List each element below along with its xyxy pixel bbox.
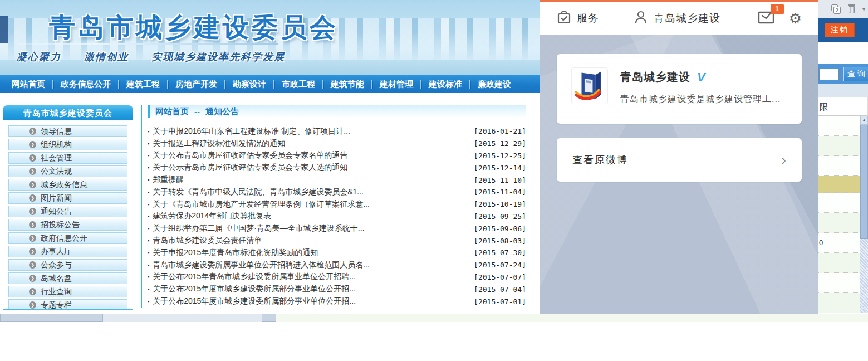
bullet-icon: ▪ <box>148 153 149 158</box>
sidebar-item-info-disclosure[interactable]: ❯政府信息公开 <box>8 232 127 244</box>
messages-button[interactable]: 1 <box>758 10 774 27</box>
notice-row[interactable]: ▪建筑劳保办2014年部门决算批复表[2015-09-25] <box>148 211 526 223</box>
arrow-circle-icon: ❯ <box>29 301 36 309</box>
nav-item-materials[interactable]: 建材管理 <box>372 79 420 90</box>
notice-row[interactable]: ▪关于公布2015年青岛市城乡建设委所属事业单位公开招聘...[2015-07-… <box>148 271 526 284</box>
weibo-panel-body: 青岛城乡建设 V 青岛市城乡建设委是城乡建设管理工... 查看原微博 › <box>540 35 818 182</box>
view-weibo-label: 查看原微博 <box>572 153 628 167</box>
notice-row[interactable]: ▪青岛市城乡建设委员会责任清单[2015-08-03] <box>148 235 526 247</box>
notice-row[interactable]: ▪关于申报2016年山东省工程建设标准 制定、修订项目计...[2016-01-… <box>148 125 526 138</box>
sidebar-item-notices[interactable]: ❯通知公告 <box>8 206 127 217</box>
breadcrumb-separator: -- <box>194 107 200 116</box>
query-bar: 查 询 <box>818 64 868 84</box>
nav-item-home[interactable]: 网站首页 <box>4 79 52 90</box>
notice-row[interactable]: ▪关于公示青岛市房屋征收评估专家委员会专家人选的通知[2015-12-14] <box>148 162 526 174</box>
notice-row[interactable]: ▪关于报送工程建设标准研发情况的通知[2015-12-29] <box>148 138 526 150</box>
table-row[interactable] <box>818 253 860 273</box>
account-name: 青岛城乡建设 <box>654 11 720 26</box>
portal-table: 0 ▲ <box>818 116 868 314</box>
table-row[interactable] <box>818 193 860 213</box>
sidebar-item-service-hall[interactable]: ❯办事大厅 <box>8 246 127 257</box>
nav-item-standards[interactable]: 建设标准 <box>421 79 469 90</box>
sidebar-item-gov-affairs[interactable]: ❯城乡政务信息 <box>8 179 127 191</box>
sidebar-item-participation[interactable]: ❯公众参与 <box>8 259 127 271</box>
nav-item-energy[interactable]: 建筑节能 <box>323 79 371 90</box>
envelope-icon <box>758 17 774 26</box>
sidebar-item-regulations[interactable]: ❯公文法规 <box>8 165 127 177</box>
nav-item-construction[interactable]: 建筑工程 <box>119 79 167 90</box>
nav-item-realestate[interactable]: 房地产开发 <box>168 79 224 90</box>
tab-count-icon[interactable]: 2 <box>831 4 841 14</box>
main-column: 网站首页 -- 通知公告 ▪关于申报2016年山东省工程建设标准 制定、修订项目… <box>141 105 526 308</box>
sidebar-item-industry-query[interactable]: ❯行业查询 <box>8 286 127 297</box>
query-input[interactable] <box>819 69 839 80</box>
bullet-icon: ▪ <box>148 141 149 147</box>
table-row[interactable] <box>818 293 860 313</box>
nav-item-integrity[interactable]: 廉政建设 <box>470 79 518 90</box>
arrow-circle-icon: ❯ <box>29 221 36 228</box>
bullet-icon: ▪ <box>148 189 149 195</box>
nav-item-gov-info[interactable]: 政务信息公开 <box>53 79 118 90</box>
trash-icon[interactable] <box>847 4 856 14</box>
table-row[interactable]: 0 <box>818 233 860 253</box>
vscroll-track[interactable] <box>860 239 868 313</box>
profile-info: 青岛城乡建设 V 青岛市城乡建设委是城乡建设管理工... <box>620 67 781 110</box>
notice-row[interactable]: ▪郑重提醒[2015-11-10] <box>148 174 526 186</box>
table-row[interactable] <box>818 213 860 233</box>
notice-date: [2015-12-29] <box>467 139 526 148</box>
notice-row[interactable]: ▪关于申报2015年度青岛市标准化资助奖励的通知[2015-07-30] <box>148 247 526 259</box>
sidebar-item-special-topics[interactable]: ❯专题专栏 <box>8 299 127 310</box>
arrow-circle-icon: ❯ <box>29 194 36 202</box>
nav-item-survey-design[interactable]: 勘察设计 <box>225 79 273 90</box>
notice-date: [2015-08-03] <box>467 237 526 245</box>
notice-date: [2015-10-19] <box>467 200 526 208</box>
query-button[interactable]: 查 询 <box>843 67 868 81</box>
profile-card[interactable]: 青岛城乡建设 V 青岛市城乡建设委是城乡建设管理工... <box>557 54 802 124</box>
bullet-icon: ▪ <box>148 202 149 207</box>
notice-row[interactable]: ▪关于《青岛市城市房地产开发经营管理条例（修订草案征求意...[2015-10-… <box>148 198 526 211</box>
breadcrumb-home[interactable]: 网站首页 <box>155 106 189 117</box>
notice-row[interactable]: ▪青岛市城乡建设委所属事业单位公开招聘进入体检范围人员名...[2015-07-… <box>148 259 526 271</box>
logout-button[interactable]: 注销 <box>825 23 855 37</box>
sidebar-item-leaders[interactable]: ❯领导信息 <box>8 125 127 137</box>
notice-date: [2015-12-14] <box>467 164 526 172</box>
notice-date: [2015-12-25] <box>467 152 526 160</box>
table-row[interactable] <box>818 273 860 293</box>
panel-header-actions: 1 ⚙ <box>741 10 802 27</box>
notice-row[interactable]: ▪关于公布2015年度市城乡建设委所属部分事业单位公开招...[2015-07-… <box>148 283 526 295</box>
screen: 青岛市城乡建设委员会 凝心聚力 激情创业 实现城乡建设率先科学发展 网站首页 政… <box>0 0 868 361</box>
hscroll-thumb[interactable] <box>262 314 276 322</box>
arrow-circle-icon: ❯ <box>29 141 36 148</box>
portal-titlebar: 注销 <box>818 18 868 42</box>
weibo-panel: 服务 青岛城乡建设 1 ⚙ <box>540 0 818 314</box>
tab-count: 2 <box>833 7 841 14</box>
sidebar-item-photo-news[interactable]: ❯图片新闻 <box>8 192 127 204</box>
account-menu[interactable]: 青岛城乡建设 <box>634 10 720 27</box>
service-menu[interactable]: 服务 <box>557 10 599 27</box>
sidebar-item-organization[interactable]: ❯组织机构 <box>8 139 127 150</box>
hscroll-track[interactable] <box>103 314 262 322</box>
hscroll-thumb[interactable] <box>0 314 103 322</box>
gear-icon[interactable]: ⚙ <box>789 11 802 26</box>
service-label: 服务 <box>577 11 599 26</box>
sidebar-item-bidding[interactable]: ❯招投标公告 <box>8 219 127 231</box>
vscroll-thumb[interactable] <box>860 125 868 239</box>
sidebar-item-properties[interactable]: ❯岛城名盘 <box>8 272 127 284</box>
table-row[interactable] <box>818 156 860 176</box>
banner-decor <box>0 16 8 43</box>
weibo-panel-header: 服务 青岛城乡建设 1 ⚙ <box>540 2 818 35</box>
table-row[interactable] <box>818 116 860 136</box>
bullet-icon: ▪ <box>148 213 149 219</box>
notice-row[interactable]: ▪关于转发《青岛市中级人民法院、青岛市城乡建设委员会&1...[2015-11-… <box>148 186 526 198</box>
view-original-weibo-link[interactable]: 查看原微博 › <box>557 138 802 182</box>
caret-down-icon[interactable]: ▾ <box>862 6 865 12</box>
scroll-up-button[interactable]: ▲ <box>860 116 868 125</box>
notice-row[interactable]: ▪关于公布2015年度市城乡建设委所属部分事业单位公开招...[2015-07-… <box>148 295 526 308</box>
notice-row[interactable]: ▪关于组织举办第二届《中国梦·青岛美—全市城乡建设系统干...[2015-09-… <box>148 222 526 235</box>
sidebar-item-social[interactable]: ❯社会管理 <box>8 152 127 164</box>
table-row[interactable] <box>818 136 860 156</box>
nav-item-municipal[interactable]: 市政工程 <box>274 79 322 90</box>
portal-gap <box>818 42 868 64</box>
notice-row[interactable]: ▪关于公布青岛市房屋征收评估专家委员会专家名单的通告[2015-12-25] <box>148 150 526 162</box>
table-row-highlighted[interactable] <box>818 176 860 193</box>
